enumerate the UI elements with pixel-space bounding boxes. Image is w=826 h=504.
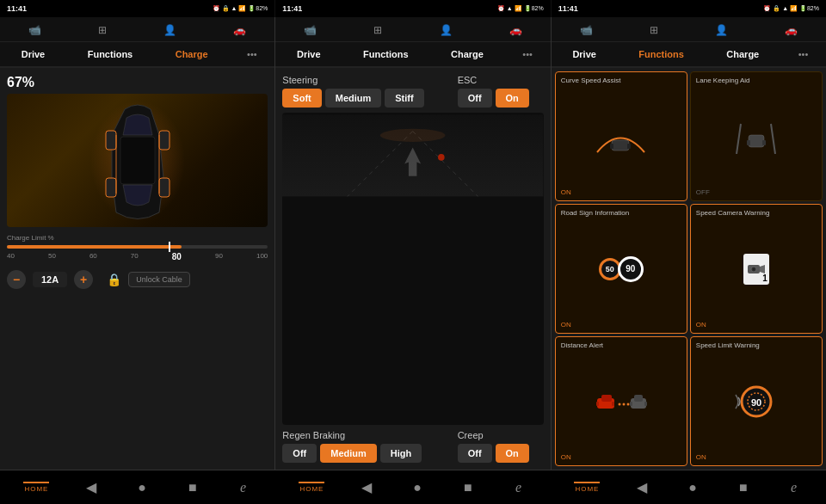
- creep-title: Creep: [458, 430, 544, 440]
- svg-point-27: [623, 403, 626, 406]
- grid-icon-1[interactable]: ⊞: [91, 22, 114, 38]
- creep-on-button[interactable]: On: [496, 444, 529, 463]
- steering-group: Steering Soft Medium Stiff: [282, 75, 447, 108]
- square-button-3[interactable]: ■: [735, 479, 752, 496]
- cards-panel-content: Curve Speed Assist ON: [552, 68, 826, 470]
- esc-off-button[interactable]: Off: [458, 89, 492, 108]
- camera-sign-display: 1: [743, 254, 769, 285]
- panel-functions: 📹 ⊞ 👤 🚗 Drive Functions Charge ••• Steer…: [275, 17, 551, 470]
- svg-rect-18: [762, 140, 766, 145]
- regen-medium-button[interactable]: Medium: [320, 444, 377, 463]
- charge-plus-button[interactable]: +: [74, 270, 93, 289]
- grid-icon-2[interactable]: ⊞: [367, 22, 389, 38]
- creep-off-button[interactable]: Off: [458, 444, 492, 463]
- person-icon-3[interactable]: 👤: [708, 22, 735, 38]
- square-button-1[interactable]: ■: [184, 479, 201, 496]
- panels-container: 📹 ⊞ 👤 🚗 Drive Functions Charge ••• 67%: [0, 17, 826, 470]
- car-icon-2[interactable]: 🚗: [502, 22, 529, 38]
- charge-minus-button[interactable]: −: [7, 270, 26, 289]
- charge-bar-area: Charge Limit % 40 50 60 70 80 90: [7, 230, 268, 263]
- tab-drive-2[interactable]: Drive: [293, 47, 324, 61]
- back-button-1[interactable]: ◀: [83, 479, 100, 496]
- steering-medium-button[interactable]: Medium: [325, 89, 382, 108]
- card-lane-keeping[interactable]: Lane Keeping Aid OFF: [690, 71, 823, 201]
- home-label-2: HOME: [299, 482, 324, 493]
- svg-rect-1: [120, 137, 155, 184]
- bottom-navs-row: HOME ◀ ● ■ e HOME ◀ ● ■ e HOME ◀ ●: [0, 470, 826, 504]
- curve-assist-svg: [593, 120, 649, 154]
- tab-more-2[interactable]: •••: [522, 49, 533, 59]
- steering-soft-button[interactable]: Soft: [282, 89, 321, 108]
- plus-icon: +: [80, 273, 87, 286]
- tab-charge-3[interactable]: Charge: [723, 47, 762, 61]
- card-camera-title: Speed Camera Warning: [696, 209, 817, 218]
- card-speed-limit-title: Speed Limit Warning: [696, 341, 817, 350]
- lock-icon: 🔒: [107, 273, 121, 286]
- regen-high-button[interactable]: High: [380, 444, 422, 463]
- status-bar-1: 11:41 ⏰ 🔒 ▲ 📶 🔋82%: [0, 0, 275, 17]
- svg-line-15: [771, 124, 775, 154]
- svg-rect-24: [612, 402, 614, 406]
- card-road-sign[interactable]: Road Sign Information 50 90 ON: [555, 204, 687, 334]
- tab-charge-1[interactable]: Charge: [172, 47, 212, 61]
- tab-more-3[interactable]: •••: [798, 49, 809, 59]
- e-button-3[interactable]: e: [786, 479, 803, 496]
- home-button-2[interactable]: ●: [409, 479, 426, 496]
- nav-icons-2: 📹 ⊞ 👤 🚗: [275, 17, 550, 42]
- square-button-2[interactable]: ■: [459, 479, 477, 496]
- tab-functions-3[interactable]: Functions: [635, 47, 687, 61]
- home-line-3: [574, 482, 600, 483]
- video-icon-2[interactable]: 📹: [297, 22, 324, 38]
- grid-icon-3[interactable]: ⊞: [643, 22, 665, 38]
- svg-point-9: [380, 129, 446, 142]
- card-speed-limit[interactable]: Speed Limit Warning: [690, 336, 823, 466]
- person-icon-2[interactable]: 👤: [433, 22, 459, 38]
- tab-functions-1[interactable]: Functions: [84, 47, 137, 61]
- svg-rect-23: [596, 402, 599, 406]
- card-road-sign-status: ON: [561, 321, 681, 329]
- svg-rect-16: [749, 135, 764, 147]
- svg-rect-32: [634, 395, 643, 402]
- svg-rect-5: [159, 178, 170, 197]
- back-button-3[interactable]: ◀: [633, 479, 650, 496]
- tab-functions-2[interactable]: Functions: [360, 47, 412, 61]
- car-icon-1[interactable]: 🚗: [226, 22, 253, 38]
- steering-stiff-button[interactable]: Stiff: [385, 89, 423, 108]
- regen-title: Regen Braking: [282, 430, 447, 440]
- car-top-view-svg: [82, 94, 194, 227]
- card-speed-camera[interactable]: Speed Camera Warning 1: [690, 204, 823, 334]
- card-lane-visual: [696, 85, 817, 188]
- regen-off-button[interactable]: Off: [282, 444, 317, 463]
- card-lane-title: Lane Keeping Aid: [696, 77, 817, 85]
- person-icon-1[interactable]: 👤: [157, 22, 183, 38]
- status-bars-row: 11:41 ⏰ 🔒 ▲ 📶 🔋82% 11:41 ⏰ ▲ 📶 🔋82% 11:4…: [0, 0, 826, 17]
- video-icon-1[interactable]: 📹: [22, 22, 48, 38]
- tab-more-1[interactable]: •••: [247, 49, 257, 59]
- back-button-2[interactable]: ◀: [358, 479, 375, 496]
- charge-bar-fill: [7, 245, 182, 249]
- home-button-1[interactable]: ●: [133, 479, 151, 496]
- card-curve-speed[interactable]: Curve Speed Assist ON: [555, 71, 687, 201]
- car-icon-3[interactable]: 🚗: [778, 22, 804, 38]
- svg-rect-17: [747, 140, 750, 145]
- video-icon-3[interactable]: 📹: [573, 22, 600, 38]
- tab-drive-1[interactable]: Drive: [18, 47, 49, 61]
- steering-toggle-group: Soft Medium Stiff: [282, 89, 447, 108]
- card-lane-status: OFF: [696, 188, 817, 196]
- svg-point-26: [619, 403, 621, 406]
- card-distance-alert[interactable]: Distance Alert: [555, 336, 687, 466]
- tab-charge-2[interactable]: Charge: [447, 47, 487, 61]
- unlock-cable-button[interactable]: Unlock Cable: [128, 272, 190, 287]
- time-3: 11:41: [558, 4, 578, 13]
- e-button-2[interactable]: e: [510, 479, 527, 496]
- e-button-1[interactable]: e: [235, 479, 252, 496]
- svg-rect-11: [612, 140, 629, 151]
- card-camera-visual: 1: [696, 218, 817, 321]
- tab-drive-3[interactable]: Drive: [569, 47, 600, 61]
- esc-on-button[interactable]: On: [496, 89, 529, 108]
- charge-bar-track: [7, 245, 268, 249]
- home-button-3[interactable]: ●: [684, 479, 701, 496]
- svg-line-14: [737, 124, 741, 154]
- home-line-1: [23, 482, 49, 483]
- charge-label-40: 40: [7, 252, 15, 261]
